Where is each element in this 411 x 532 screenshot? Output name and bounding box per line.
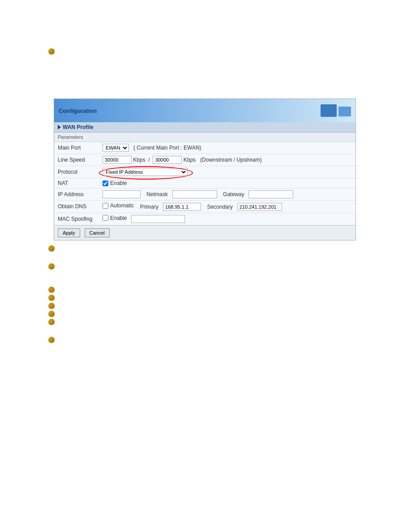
nat-enable-text: Enable [110, 180, 127, 186]
footer-buttons: Apply Cancel [54, 225, 355, 240]
ip-address-label: IP Address [54, 189, 99, 201]
primary-label: Primary [140, 204, 158, 210]
bullet-3 [48, 287, 55, 293]
main-port-row: Main Port EWAN ADSL ( Current Main Port … [54, 142, 355, 154]
nat-value-cell: Enable [99, 178, 355, 189]
line-speed-kbps2: Kbps [184, 157, 196, 163]
mac-spoofing-value-cell: Enable [99, 213, 355, 225]
config-title: Configuration [59, 107, 97, 114]
netmask-label: Netmask [146, 191, 167, 197]
apply-button[interactable]: Apply [58, 228, 80, 237]
ip-netmask-gateway-row: IP Address Netmask Gateway [54, 189, 355, 201]
line-speed-value-cell: Kbps / Kbps (Downstream / Upstream) [99, 154, 355, 166]
obtain-dns-label: Obtain DNS [54, 201, 99, 213]
nat-row: NAT Enable [54, 178, 355, 189]
bullet-1 [48, 245, 55, 252]
bullet-8 [48, 337, 55, 343]
secondary-dns-input[interactable] [237, 203, 282, 211]
obtain-dns-checkbox[interactable] [103, 203, 108, 209]
protocol-row: Protocol Fixed IP Address Dynamic IP Add… [54, 166, 355, 178]
top-bullet [48, 48, 55, 55]
line-speed-down-input[interactable] [103, 156, 132, 164]
bullet-2 [48, 263, 55, 270]
mac-spoofing-enable-text: Enable [110, 215, 127, 221]
line-speed-label: Line Speed [54, 154, 99, 166]
cancel-button[interactable]: Cancel [85, 228, 110, 237]
main-port-select[interactable]: EWAN ADSL [103, 144, 129, 152]
monitor-icon-2 [338, 107, 351, 116]
header-icon [315, 102, 351, 120]
nat-label: NAT [54, 178, 99, 189]
line-speed-up-input[interactable] [153, 156, 182, 164]
line-speed-kbps1: Kbps [133, 157, 145, 163]
wan-triangle-icon [58, 125, 61, 129]
wan-profile-bar: WAN Profile [54, 122, 355, 133]
secondary-label: Secondary [207, 204, 232, 210]
bullet-6 [48, 311, 55, 317]
obtain-dns-auto-label[interactable]: Automatic [103, 202, 134, 209]
line-speed-note: (Downstream / Upstream) [200, 157, 261, 163]
main-port-label: Main Port [54, 142, 99, 154]
netmask-input[interactable] [172, 190, 217, 198]
gateway-label: Gateway [223, 191, 244, 197]
bullet-4 [48, 295, 55, 301]
mac-spoofing-enable-label[interactable]: Enable [103, 215, 127, 221]
obtain-dns-value-cell: Automatic Primary Secondary [99, 201, 355, 213]
mac-spoofing-label: MAC Spoofing [54, 213, 99, 225]
gateway-input[interactable] [248, 190, 293, 198]
protocol-select-wrapper: Fixed IP Address Dynamic IP Address PPPo… [103, 168, 188, 176]
main-port-value-cell: EWAN ADSL ( Current Main Port : EWAN) [99, 142, 355, 154]
obtain-dns-row: Obtain DNS Automatic Primary Secondary [54, 201, 355, 213]
bullet-7 [48, 319, 55, 325]
primary-dns-input[interactable] [163, 203, 201, 211]
mac-spoofing-row: MAC Spoofing Enable [54, 213, 355, 225]
ip-address-input[interactable] [103, 190, 141, 198]
mac-spoofing-checkbox[interactable] [103, 215, 108, 221]
ip-netmask-gateway-cell: Netmask Gateway [99, 189, 355, 201]
form-table: Main Port EWAN ADSL ( Current Main Port … [54, 142, 355, 225]
protocol-label: Protocol [54, 166, 99, 178]
nat-enable-checkbox[interactable] [103, 180, 108, 186]
protocol-value-cell: Fixed IP Address Dynamic IP Address PPPo… [99, 166, 355, 178]
bullet-5 [48, 303, 55, 309]
mac-spoofing-input[interactable] [131, 215, 185, 223]
parameters-label: Parameters [54, 133, 355, 142]
config-header: Configuration [54, 99, 355, 122]
main-port-note: ( Current Main Port : EWAN) [133, 145, 201, 151]
nat-enable-label[interactable]: Enable [103, 180, 352, 186]
config-panel: Configuration WAN Profile Parameters Mai… [54, 99, 356, 240]
protocol-select[interactable]: Fixed IP Address Dynamic IP Address PPPo… [103, 168, 188, 176]
obtain-dns-auto-text: Automatic [110, 202, 134, 209]
wan-profile-label: WAN Profile [63, 124, 94, 130]
monitor-icon-1 [321, 104, 337, 117]
line-speed-row: Line Speed Kbps / Kbps (Downstream / Ups… [54, 154, 355, 166]
